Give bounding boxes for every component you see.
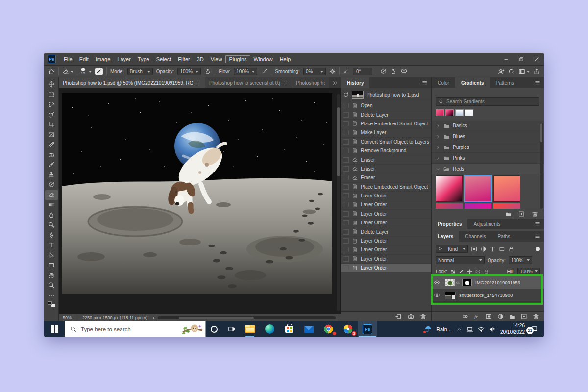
symmetry-butterfly-toggle[interactable] (400, 68, 408, 75)
history-step[interactable]: Remove Background (341, 147, 431, 155)
document-tab-2[interactable]: Photoshop how to screenshot 0.psd (205, 77, 292, 88)
menu-view[interactable]: View (207, 55, 226, 63)
delete-state-button[interactable] (420, 313, 426, 319)
flow-select[interactable]: 100% (234, 68, 257, 75)
layer-thumbnail[interactable] (445, 279, 455, 286)
share-image-button[interactable] (533, 68, 540, 75)
home-button[interactable] (48, 68, 55, 75)
history-source-checkbox[interactable] (343, 247, 349, 252)
history-step[interactable]: Layer Order (341, 210, 431, 219)
edit-toolbar-ellipsis[interactable] (45, 291, 58, 301)
zoom-tool[interactable] (45, 280, 58, 291)
new-snapshot-button[interactable] (408, 313, 414, 319)
layer-name[interactable]: shutterstock_1454730908 (459, 293, 513, 298)
close-tab-icon[interactable] (283, 81, 288, 85)
close-tab-icon[interactable] (196, 81, 201, 85)
pressure-size-toggle[interactable] (390, 68, 397, 75)
chevron-down-icon[interactable] (89, 71, 92, 73)
zoom-level-field[interactable]: 50% (59, 314, 78, 321)
quick-selection-tool[interactable] (45, 110, 58, 120)
airbrush-toggle[interactable] (261, 68, 268, 75)
taskbar-clock[interactable]: 14:26 20/10/2022 (500, 323, 525, 335)
link-layers-button[interactable] (462, 313, 468, 319)
brush-size-picker[interactable]: 13 (81, 68, 85, 75)
canvas-vertical-scrollbar[interactable] (337, 94, 340, 311)
type-tool[interactable] (45, 240, 58, 250)
gradient-swatch[interactable] (465, 109, 473, 116)
taskbar-search-box[interactable]: Type here to search (65, 321, 206, 337)
filter-type-layers-icon[interactable] (490, 246, 496, 252)
canvas-viewport[interactable] (59, 88, 341, 314)
menu-image[interactable]: Image (92, 55, 114, 63)
history-step[interactable]: Eraser (341, 165, 431, 173)
history-snapshot-row[interactable]: Photoshop how to 1.psd (341, 88, 431, 101)
taskbar-photoshop[interactable]: Ps (358, 321, 377, 337)
history-source-checkbox[interactable] (343, 229, 349, 235)
pressure-opacity-toggle[interactable] (204, 68, 211, 75)
history-step[interactable]: Layer Order (341, 192, 431, 200)
lock-pixels-icon[interactable] (459, 269, 464, 274)
history-step[interactable]: Convert Smart Object to Layers (341, 138, 431, 147)
history-source-checkbox[interactable] (343, 220, 349, 225)
gradient-tool[interactable] (45, 200, 58, 210)
history-source-checkbox[interactable] (343, 157, 349, 163)
menu-help[interactable]: Help (276, 55, 294, 63)
pen-tool[interactable] (45, 230, 58, 241)
tab-adjustments[interactable]: Adjustments (467, 219, 506, 229)
restore-button[interactable] (514, 53, 529, 65)
menu-layer[interactable]: Layer (114, 55, 134, 63)
marquee-tool[interactable] (45, 90, 58, 100)
properties-panel-menu[interactable] (531, 219, 544, 229)
lasso-tool[interactable] (45, 99, 58, 110)
gradient-swatch-large[interactable] (436, 175, 463, 202)
taskbar-file-explorer[interactable] (240, 321, 260, 337)
layer-opacity-select[interactable]: 100% (509, 256, 532, 264)
brush-angle-input[interactable]: 0° (353, 68, 372, 75)
history-source-checkbox[interactable] (343, 184, 349, 190)
delete-gradient-button[interactable] (532, 211, 538, 217)
document-tab-3[interactable]: Photoshop ho (292, 77, 329, 88)
brush-settings-panel-toggle[interactable] (95, 68, 103, 75)
gradient-swatch-large-selected[interactable] (465, 175, 491, 202)
workspace-switcher[interactable] (518, 68, 530, 75)
gradient-swatch-large[interactable] (465, 203, 491, 209)
lock-position-icon[interactable] (467, 269, 472, 274)
brush-tool[interactable] (45, 160, 58, 170)
history-tab[interactable]: History (341, 77, 369, 88)
lock-all-icon[interactable] (484, 269, 489, 274)
layer-name[interactable]: IMG20221019091959 (475, 280, 520, 285)
history-source-checkbox[interactable] (343, 193, 349, 198)
history-step[interactable]: Make Layer (341, 128, 431, 137)
search-button[interactable] (508, 68, 515, 75)
menu-plugins[interactable]: Plugins (225, 55, 250, 63)
gradient-group-purples[interactable]: Purples (432, 142, 544, 153)
add-layer-mask-button[interactable] (486, 313, 492, 319)
task-view-button[interactable] (222, 325, 240, 333)
history-source-checkbox[interactable] (343, 238, 349, 244)
layer-filter-toggle[interactable] (536, 247, 540, 251)
filter-pixel-layers-icon[interactable] (471, 246, 477, 252)
new-gradient-group-button[interactable] (505, 211, 512, 217)
display-tray-icon[interactable] (466, 326, 473, 333)
history-source-checkbox[interactable] (343, 148, 349, 153)
history-step[interactable]: Layer Order (341, 200, 431, 209)
gradient-group-pinks[interactable]: Pinks (432, 153, 544, 164)
tab-overflow-chevron[interactable] (329, 77, 341, 88)
history-step[interactable]: Layer Order (341, 237, 431, 245)
history-source-checkbox[interactable] (343, 211, 349, 217)
layer-thumbnail[interactable] (445, 292, 456, 299)
cortana-button[interactable] (206, 326, 222, 333)
share-profile-button[interactable] (498, 68, 505, 75)
blur-tool[interactable] (45, 210, 58, 220)
opacity-select[interactable]: 100% (177, 68, 201, 75)
action-center-button[interactable]: 21 (531, 325, 538, 333)
volume-muted-tray-icon[interactable] (489, 326, 496, 333)
wifi-tray-icon[interactable] (478, 326, 485, 333)
new-document-from-state-button[interactable] (395, 313, 402, 319)
tab-color[interactable]: Color (432, 77, 455, 88)
menu-edit[interactable]: Edit (76, 55, 92, 63)
eraser-tool[interactable] (45, 190, 58, 200)
history-step[interactable]: Layer Order (341, 255, 431, 264)
new-group-button[interactable] (509, 313, 515, 319)
history-step[interactable]: Layer Order (341, 219, 431, 227)
